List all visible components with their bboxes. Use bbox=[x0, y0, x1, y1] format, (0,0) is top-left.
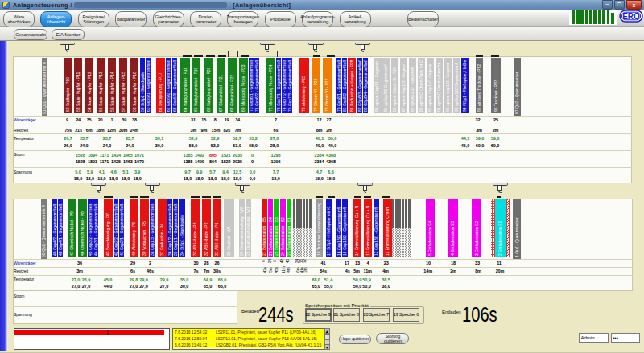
svg-text:ERO: ERO bbox=[622, 11, 640, 20]
